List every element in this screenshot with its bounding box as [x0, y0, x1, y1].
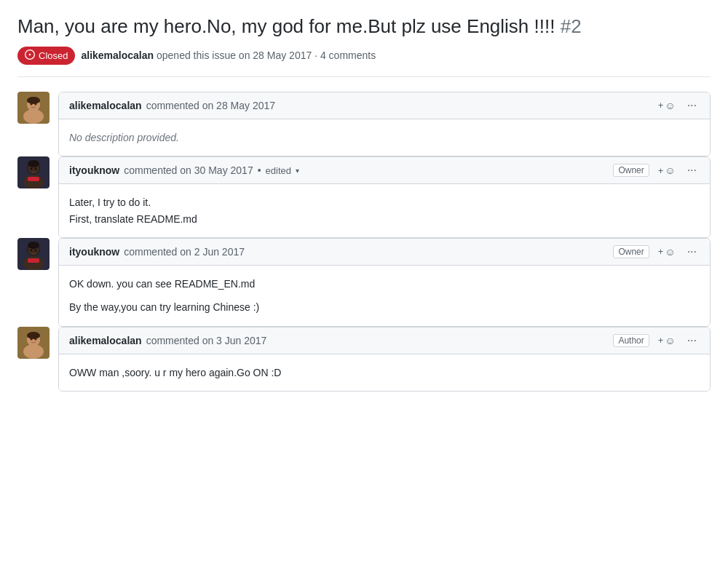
emoji-smile-icon: ☺ — [665, 246, 675, 258]
comment-more-button[interactable]: ··· — [684, 98, 700, 113]
role-badge: Author — [613, 334, 649, 347]
comment-edited-label: edited — [266, 165, 291, 176]
svg-point-22 — [35, 249, 37, 251]
comment-header-right: +☺··· — [655, 98, 700, 113]
comment-box: ityouknowcommented on 30 May 2017•edited… — [58, 156, 711, 238]
comment-header: alikemalocalancommented on 3 Jun 2017Aut… — [59, 327, 710, 354]
svg-point-6 — [27, 97, 40, 104]
svg-rect-24 — [28, 258, 39, 263]
emoji-reaction-button[interactable]: +☺ — [655, 163, 678, 178]
closed-icon — [25, 49, 35, 62]
comment-author[interactable]: ityouknow — [69, 246, 119, 258]
issue-title: Man, you are my hero.No, my god for me.B… — [17, 15, 711, 39]
svg-point-14 — [35, 168, 37, 170]
svg-point-7 — [31, 103, 33, 105]
emoji-smile-icon: ☺ — [665, 100, 675, 111]
comment-author[interactable]: alikemalocalan — [69, 100, 142, 111]
emoji-plus-icon: + — [658, 335, 664, 346]
emoji-smile-icon: ☺ — [665, 335, 675, 346]
svg-point-20 — [28, 242, 39, 249]
avatar — [17, 327, 50, 359]
comment-thread: ityouknowcommented on 2 Jun 2017Owner+☺·… — [17, 238, 711, 327]
comment-header: alikemalocalancommented on 28 May 2017+☺… — [59, 92, 710, 119]
svg-point-33 — [35, 338, 37, 340]
comment-box: alikemalocalancommented on 28 May 2017+☺… — [58, 92, 711, 156]
avatar — [17, 156, 50, 188]
issue-title-text: Man, you are my hero.No, my god for me.B… — [17, 15, 555, 37]
comment-body: OK down. you can see README_EN.mdBy the … — [59, 266, 710, 326]
comment-header-right: Author+☺··· — [613, 333, 700, 348]
svg-point-21 — [31, 249, 33, 251]
comment-thread-wrapper: ityouknowcommented on 2 Jun 2017Owner+☺·… — [17, 238, 711, 327]
comment-header-right: Owner+☺··· — [613, 163, 700, 178]
comment-body: OWW man ,soory. u r my hero again.Go ON … — [59, 354, 710, 391]
issue-meta-text: alikemalocalan opened this issue on 28 M… — [81, 49, 376, 61]
emoji-plus-icon: + — [658, 100, 664, 111]
emoji-reaction-button[interactable]: +☺ — [655, 245, 678, 259]
closed-badge-label: Closed — [39, 50, 68, 61]
emoji-plus-icon: + — [658, 165, 664, 176]
avatar — [17, 238, 50, 270]
issue-opened-text: opened this issue on 28 May 2017 · 4 com… — [157, 49, 376, 61]
comment-thread-wrapper: ityouknowcommented on 30 May 2017•edited… — [17, 156, 711, 238]
comment-more-button[interactable]: ··· — [684, 333, 700, 348]
svg-point-12 — [28, 160, 39, 167]
closed-badge: Closed — [17, 47, 75, 65]
issue-meta: Closed alikemalocalan opened this issue … — [17, 47, 711, 77]
svg-point-8 — [35, 103, 37, 105]
comment-more-button[interactable]: ··· — [684, 163, 700, 178]
comment-box: ityouknowcommented on 2 Jun 2017Owner+☺·… — [58, 238, 711, 327]
edited-bullet: • — [258, 164, 261, 176]
comment-header-left: ityouknowcommented on 30 May 2017•edited… — [69, 164, 299, 176]
emoji-smile-icon: ☺ — [665, 164, 675, 176]
comments-section: alikemalocalancommented on 28 May 2017+☺… — [17, 92, 711, 392]
comment-thread: ityouknowcommented on 30 May 2017•edited… — [17, 156, 711, 238]
comment-header-left: ityouknowcommented on 2 Jun 2017 — [69, 246, 245, 258]
emoji-reaction-button[interactable]: +☺ — [655, 98, 678, 113]
comment-body: No description provided. — [59, 119, 710, 156]
svg-rect-16 — [28, 177, 39, 181]
comment-author[interactable]: ityouknow — [69, 164, 119, 176]
comment-thread: alikemalocalancommented on 28 May 2017+☺… — [17, 92, 711, 156]
role-badge: Owner — [613, 164, 649, 177]
emoji-plus-icon: + — [658, 246, 664, 257]
comment-date: commented on 28 May 2017 — [146, 100, 275, 111]
issue-author[interactable]: alikemalocalan — [81, 49, 154, 61]
comment-date: commented on 3 Jun 2017 — [146, 335, 267, 346]
comment-date: commented on 30 May 2017 — [124, 164, 253, 176]
comment-header: ityouknowcommented on 30 May 2017•edited… — [59, 157, 710, 184]
comment-thread-wrapper: alikemalocalancommented on 3 Jun 2017Aut… — [17, 327, 711, 392]
svg-point-13 — [31, 168, 33, 170]
svg-point-31 — [27, 332, 40, 339]
comment-thread-wrapper: alikemalocalancommented on 28 May 2017+☺… — [17, 92, 711, 156]
emoji-reaction-button[interactable]: +☺ — [655, 333, 678, 348]
comment-more-button[interactable]: ··· — [684, 245, 700, 259]
edited-dropdown-arrow[interactable]: ▾ — [296, 167, 299, 175]
comment-body: Later, I try to do it.First, translate R… — [59, 184, 710, 237]
svg-point-32 — [31, 338, 33, 340]
issue-number: #2 — [561, 15, 582, 37]
comment-author[interactable]: alikemalocalan — [69, 335, 142, 346]
comment-header-left: alikemalocalancommented on 3 Jun 2017 — [69, 335, 266, 346]
comment-box: alikemalocalancommented on 3 Jun 2017Aut… — [58, 327, 711, 392]
avatar — [17, 92, 50, 124]
comment-header-right: Owner+☺··· — [613, 245, 700, 259]
comment-header-left: alikemalocalancommented on 28 May 2017 — [69, 100, 275, 111]
role-badge: Owner — [613, 245, 649, 258]
comment-date: commented on 2 Jun 2017 — [124, 246, 245, 258]
comment-header: ityouknowcommented on 2 Jun 2017Owner+☺·… — [59, 239, 710, 266]
comment-thread: alikemalocalancommented on 3 Jun 2017Aut… — [17, 327, 711, 392]
